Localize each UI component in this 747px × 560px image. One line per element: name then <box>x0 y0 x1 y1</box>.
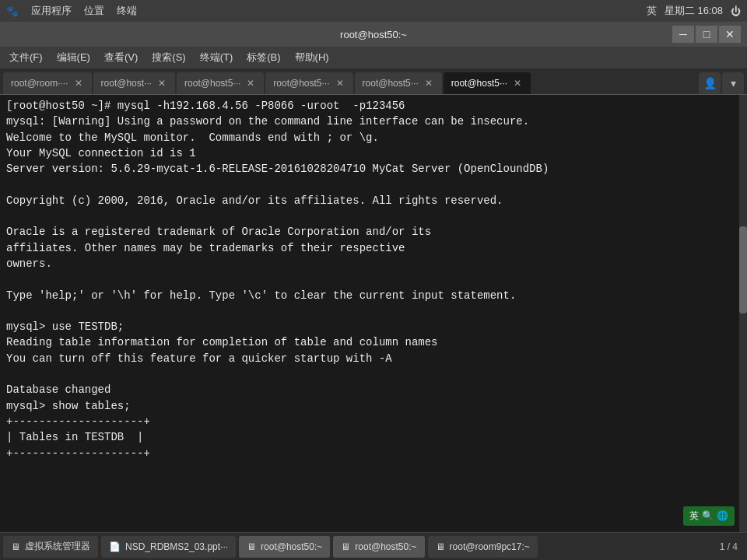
tab-4[interactable]: root@host5··· ✕ <box>355 72 442 94</box>
app-menu[interactable]: 应用程序 <box>31 4 72 18</box>
menu-edit[interactable]: 编辑(E) <box>51 49 96 66</box>
tab-user-button[interactable]: 👤 <box>699 72 721 94</box>
ime-text: 英 <box>689 509 699 523</box>
location-menu[interactable]: 位置 <box>84 4 104 18</box>
tab-close-5[interactable]: ✕ <box>512 78 523 89</box>
tab-close-0[interactable]: ✕ <box>73 78 84 89</box>
close-button[interactable]: ✕ <box>719 26 741 43</box>
tab-0[interactable]: root@room···· ✕ <box>3 72 92 94</box>
taskbar-item-1[interactable]: 📄 NSD_RDBMS2_03.ppt··· <box>101 536 236 558</box>
taskbar-label-3: root@host50:~ <box>355 541 416 552</box>
system-bar-left: 🐾 应用程序 位置 终端 <box>6 4 137 18</box>
scroll-thumb[interactable] <box>739 226 747 313</box>
ime-popup: 英 🔍 🌐 <box>683 506 735 526</box>
taskbar-label-4: root@room9pc17:~ <box>450 541 530 552</box>
tab-label-4: root@host5··· <box>363 78 419 89</box>
tab-more-button[interactable]: ▾ <box>722 72 744 94</box>
menu-view[interactable]: 查看(V) <box>98 49 144 66</box>
ime-search-icon[interactable]: 🔍 <box>702 509 714 523</box>
tab-label-1: root@host··· <box>101 78 153 89</box>
terminal-content[interactable]: [root@host50 ~]# mysql -h192.168.4.56 -P… <box>0 95 747 532</box>
menu-file[interactable]: 文件(F) <box>3 49 49 66</box>
page-indicator: 1 / 4 <box>720 541 738 552</box>
tab-label-2: root@host5··· <box>184 78 240 89</box>
system-bar-right: 英 星期二 16:08 ⏻ <box>647 4 741 18</box>
taskbar-icon-2: 🖥 <box>247 541 256 552</box>
taskbar-item-0[interactable]: 🖥 虚拟系统管理器 <box>3 536 98 558</box>
taskbar-item-3[interactable]: 🖥 root@host50:~ <box>333 536 424 558</box>
window-controls: ─ □ ✕ <box>672 26 741 43</box>
tab-5[interactable]: root@host5··· ✕ <box>444 72 531 94</box>
taskbar-icon-4: 🖥 <box>436 541 445 552</box>
tab-close-3[interactable]: ✕ <box>335 78 345 89</box>
taskbar-label-2: root@host50:~ <box>261 541 322 552</box>
tab-actions: 👤 ▾ <box>699 72 744 94</box>
taskbar-right: 1 / 4 <box>714 541 744 552</box>
taskbar-icon-1: 📄 <box>109 541 121 552</box>
tab-close-1[interactable]: ✕ <box>156 78 167 89</box>
tab-close-4[interactable]: ✕ <box>423 78 434 89</box>
menu-bar: 文件(F) 编辑(E) 查看(V) 搜索(S) 终端(T) 标签(B) 帮助(H… <box>0 47 747 68</box>
power-icon[interactable]: ⏻ <box>731 5 741 17</box>
menu-help[interactable]: 帮助(H) <box>289 49 335 66</box>
ime-indicator-top[interactable]: 英 <box>647 4 657 18</box>
taskbar-item-2[interactable]: 🖥 root@host50:~ <box>239 536 330 558</box>
tab-bar: root@room···· ✕ root@host··· ✕ root@host… <box>0 68 747 95</box>
tab-2[interactable]: root@host5··· ✕ <box>177 72 264 94</box>
tab-3[interactable]: root@host5··· ✕ <box>265 72 352 94</box>
maximize-button[interactable]: □ <box>696 26 717 43</box>
taskbar-icon-0: 🖥 <box>11 541 20 552</box>
scrollbar[interactable] <box>739 95 747 532</box>
title-bar: root@host50:~ ─ □ ✕ <box>0 22 747 47</box>
system-bar: 🐾 应用程序 位置 终端 英 星期二 16:08 ⏻ <box>0 0 747 22</box>
taskbar-item-4[interactable]: 🖥 root@room9pc17:~ <box>428 536 538 558</box>
tab-label-3: root@host5··· <box>273 78 329 89</box>
menu-terminal[interactable]: 终端(T) <box>194 49 240 66</box>
taskbar: 🖥 虚拟系统管理器 📄 NSD_RDBMS2_03.ppt··· 🖥 root@… <box>0 532 747 560</box>
menu-search[interactable]: 搜索(S) <box>146 49 191 66</box>
taskbar-label-1: NSD_RDBMS2_03.ppt··· <box>125 541 228 552</box>
system-icon: 🐾 <box>6 5 19 17</box>
menu-tabs[interactable]: 标签(B) <box>240 49 286 66</box>
terminal-output: [root@host50 ~]# mysql -h192.168.4.56 -P… <box>6 98 741 461</box>
tab-label-5: root@host5··· <box>451 78 507 89</box>
ime-settings-icon[interactable]: 🌐 <box>717 509 728 523</box>
clock: 星期二 16:08 <box>665 4 723 18</box>
window-title: root@host50:~ <box>340 29 407 40</box>
taskbar-icon-3: 🖥 <box>341 541 350 552</box>
tab-label-0: root@room···· <box>11 78 68 89</box>
taskbar-label-0: 虚拟系统管理器 <box>25 540 90 553</box>
minimize-button[interactable]: ─ <box>672 26 694 43</box>
tab-1[interactable]: root@host··· ✕ <box>93 72 176 94</box>
tab-close-2[interactable]: ✕ <box>245 78 256 89</box>
terminal-menu[interactable]: 终端 <box>117 4 137 18</box>
